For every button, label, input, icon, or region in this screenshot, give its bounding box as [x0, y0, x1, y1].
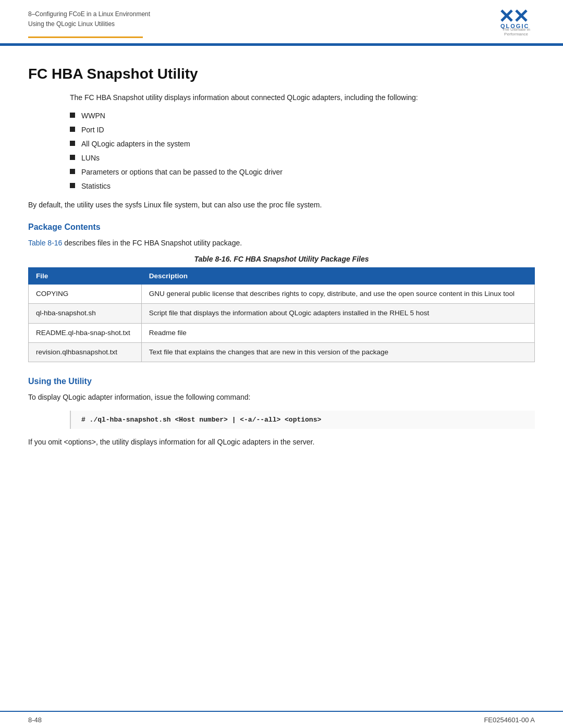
page-footer: 8-48 FE0254601-00 A: [0, 711, 563, 728]
bullet-text: WWPN: [81, 110, 105, 121]
list-item: LUNs: [70, 153, 535, 164]
cell-description: Text file that explains the changes that…: [141, 342, 534, 362]
col-file: File: [29, 268, 142, 285]
cell-file: COPYING: [29, 285, 142, 304]
intro-paragraph: The FC HBA Snapshot utility displays inf…: [70, 92, 535, 103]
qlogic-logo: QLOGIC The Ultimate in Performance: [497, 9, 535, 36]
logo-tagline: The Ultimate in Performance: [497, 27, 535, 36]
bullet-icon: [70, 155, 75, 160]
main-content: FC HBA Snapshot Utility The FC HBA Snaps…: [0, 46, 563, 496]
cell-description: Readme file: [141, 323, 534, 342]
table-row: revision.qlhbasnapshot.txtText file that…: [29, 342, 535, 362]
page-header: 8–Configuring FCoE in a Linux Environmen…: [0, 0, 563, 36]
features-list: WWPNPort IDAll QLogic adapters in the sy…: [70, 110, 535, 192]
header-line2: Using the QLogic Linux Utilities: [28, 19, 150, 29]
cell-file: revision.qlhbasnapshot.txt: [29, 342, 142, 362]
table-row: COPYINGGNU general public license that d…: [29, 285, 535, 304]
bullet-icon: [70, 183, 75, 188]
bullet-text: Port ID: [81, 125, 104, 135]
header-text: 8–Configuring FCoE in a Linux Environmen…: [28, 9, 150, 29]
bullet-icon: [70, 141, 75, 146]
header-line1: 8–Configuring FCoE in a Linux Environmen…: [28, 9, 150, 19]
footer-right: FE0254601-00 A: [484, 716, 535, 724]
table-caption: Table 8-16. FC HBA Snapshot Utility Pack…: [28, 255, 535, 263]
list-item: Statistics: [70, 181, 535, 192]
bullet-text: Statistics: [81, 181, 111, 192]
list-item: Parameters or options that can be passed…: [70, 167, 535, 178]
table-body: COPYINGGNU general public license that d…: [29, 285, 535, 362]
bullet-text: All QLogic adapters in the system: [81, 139, 190, 150]
bullet-icon: [70, 169, 75, 174]
table-row: ql-hba-snapshot.shScript file that displ…: [29, 304, 535, 323]
cell-file: README.ql-hba-snap-shot.txt: [29, 323, 142, 342]
using-utility-heading: Using the Utility: [28, 377, 535, 386]
package-contents-heading: Package Contents: [28, 223, 535, 232]
table-ref-link[interactable]: Table 8-16: [28, 239, 62, 247]
command-block: # ./ql-hba-snapshot.sh <Host number> | <…: [70, 411, 535, 429]
bullet-text: LUNs: [81, 153, 100, 164]
command-text: # ./ql-hba-snapshot.sh <Host number> | <…: [81, 416, 321, 424]
footer-left: 8-48: [28, 716, 42, 724]
default-paragraph: By default, the utility uses the sysfs L…: [28, 199, 535, 211]
table-header-row: File Description: [29, 268, 535, 285]
table-row: README.ql-hba-snap-shot.txtReadme file: [29, 323, 535, 342]
list-item: Port ID: [70, 125, 535, 135]
cell-description: GNU general public license that describe…: [141, 285, 534, 304]
logo-svg: QLOGIC: [500, 9, 532, 29]
bullet-text: Parameters or options that can be passed…: [81, 167, 283, 178]
bullet-icon: [70, 113, 75, 118]
using-utility-para2: If you omit <options>, the utility displ…: [28, 436, 535, 448]
logo-container: QLOGIC The Ultimate in Performance: [497, 9, 535, 36]
cell-description: Script file that displays the informatio…: [141, 304, 534, 323]
package-contents-ref: Table 8-16 describes files in the FC HBA…: [28, 237, 535, 249]
cell-file: ql-hba-snapshot.sh: [29, 304, 142, 323]
using-utility-para1: To display QLogic adapter information, i…: [28, 391, 535, 403]
bullet-icon: [70, 127, 75, 132]
col-description: Description: [141, 268, 534, 285]
list-item: All QLogic adapters in the system: [70, 139, 535, 150]
list-item: WWPN: [70, 110, 535, 121]
package-files-table: File Description COPYINGGNU general publ…: [28, 267, 535, 362]
page-title: FC HBA Snapshot Utility: [28, 66, 535, 82]
header-accent-rule: [28, 36, 143, 38]
